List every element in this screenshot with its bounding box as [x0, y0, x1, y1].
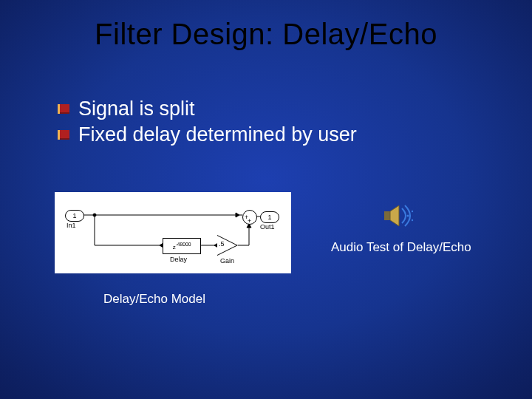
bullet-item: Signal is split [58, 98, 357, 120]
svg-point-5 [412, 219, 413, 221]
audio-caption: Audio Test of Delay/Echo [331, 240, 471, 255]
bullet-marker-icon [58, 104, 69, 114]
in-port-block: 1 [65, 210, 84, 222]
delay-block: z-48000 [163, 238, 201, 254]
svg-point-0 [93, 214, 96, 216]
delay-value: z-48000 [173, 242, 191, 250]
out-port-label: Out1 [260, 223, 275, 231]
svg-rect-1 [384, 211, 390, 220]
bullet-marker-icon [58, 130, 69, 140]
gain-label: Gain [220, 257, 234, 265]
slide-title: Filter Design: Delay/Echo [0, 18, 532, 51]
svg-point-3 [407, 215, 409, 217]
bullet-text: Signal is split [78, 98, 195, 120]
block-diagram: 1 In1 1 Out1 z-48000 Delay .5 Gain [55, 192, 291, 273]
bullet-item: Fixed delay determined by user [58, 123, 357, 146]
out-port-block: 1 [260, 211, 279, 223]
bullet-list: Signal is split Fixed delay determined b… [58, 98, 357, 149]
in-port-label: In1 [66, 222, 76, 229]
diagram-caption: Delay/Echo Model [103, 292, 205, 307]
bullet-text: Fixed delay determined by user [78, 123, 357, 146]
speaker-icon[interactable] [380, 201, 417, 231]
delay-label: Delay [170, 256, 187, 263]
svg-point-4 [412, 211, 413, 212]
svg-marker-2 [390, 205, 399, 226]
gain-value: .5 [219, 240, 225, 248]
summing-junction [242, 210, 257, 225]
